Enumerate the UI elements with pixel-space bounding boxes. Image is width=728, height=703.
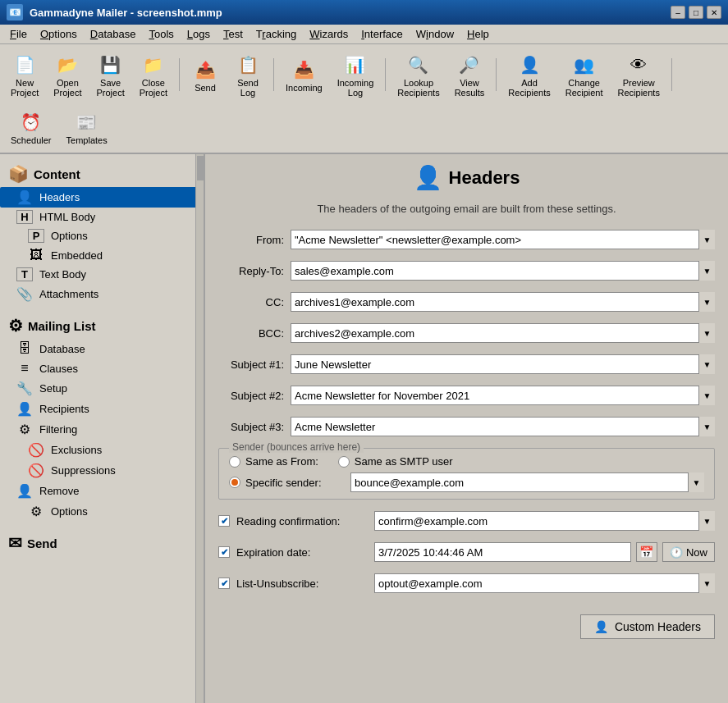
menu-help[interactable]: Help: [460, 26, 496, 42]
reading-confirmation-checkbox[interactable]: ✔: [218, 515, 230, 527]
cc-select[interactable]: archives1@example.com: [291, 292, 715, 312]
sidebar-item-headers[interactable]: 👤 Headers: [0, 187, 204, 208]
menu-tracking[interactable]: Tracking: [250, 26, 303, 42]
preview-recipients-label: PreviewRecipients: [618, 78, 660, 98]
bcc-select[interactable]: archives2@example.com: [291, 323, 715, 343]
add-recipients-button[interactable]: 👤 AddRecipients: [502, 48, 556, 102]
bcc-label: BCC:: [218, 327, 284, 340]
incoming-icon: 📥: [291, 57, 317, 83]
remove-label: Remove: [39, 485, 79, 497]
scrollbar-thumb: [197, 156, 204, 180]
options-label: Options: [51, 230, 88, 242]
calendar-button[interactable]: 📅: [636, 542, 657, 562]
sidebar-item-html-body[interactable]: H HTML Body: [0, 208, 204, 226]
expiration-date-checkbox[interactable]: ✔: [218, 546, 230, 558]
subject2-select[interactable]: Acme Newsletter for November 2021: [291, 386, 715, 405]
sidebar-item-remove[interactable]: 👤 Remove: [0, 481, 204, 501]
menu-options[interactable]: Options: [34, 26, 84, 42]
templates-button[interactable]: 📰 Templates: [61, 105, 113, 149]
menu-tools[interactable]: Tools: [142, 26, 180, 42]
list-unsubscribe-checkbox[interactable]: ✔: [218, 577, 230, 589]
panel-title: Headers: [449, 167, 520, 189]
incoming-button[interactable]: 📥 Incoming: [280, 52, 328, 97]
sidebar-item-setup[interactable]: 🔧 Setup: [0, 378, 204, 399]
send-log-button[interactable]: 📋 SendLog: [228, 48, 268, 102]
sidebar-scrollbar[interactable]: [195, 154, 204, 703]
sidebar-divider-2: [0, 522, 204, 528]
subject1-row: Subject #1: June Newsletter ▼: [218, 354, 715, 374]
list-unsubscribe-select[interactable]: optout@example.com: [374, 573, 715, 593]
content-area: 👤 Headers The headers of the outgoing em…: [205, 154, 728, 703]
now-button[interactable]: 🕐 Now: [662, 542, 715, 562]
preview-recipients-icon: 👁: [625, 52, 652, 78]
sidebar-item-filtering[interactable]: ⚙ Filtering: [0, 419, 204, 440]
incoming-log-button[interactable]: 📊 IncomingLog: [332, 48, 380, 102]
menu-wizards[interactable]: Wizards: [303, 26, 355, 42]
scheduler-label: Scheduler: [11, 135, 52, 145]
sidebar-item-embedded[interactable]: 🖼 Embedded: [0, 245, 204, 265]
send-button[interactable]: 📤 Send: [185, 52, 225, 97]
reply-to-select[interactable]: sales@example.com: [291, 261, 715, 281]
lookup-recipients-button[interactable]: 🔍 LookupRecipients: [391, 48, 445, 102]
sidebar-item-attachments[interactable]: 📎 Attachments: [0, 284, 204, 304]
sidebar-item-options[interactable]: P Options: [0, 226, 204, 245]
open-project-label: OpenProject: [53, 78, 81, 98]
change-recipient-button[interactable]: 👥 ChangeRecipient: [560, 48, 609, 102]
embedded-label: Embedded: [51, 249, 103, 262]
save-project-button[interactable]: 💾 SaveProject: [91, 48, 130, 102]
new-project-button[interactable]: 📄 NewProject: [5, 48, 44, 102]
subject1-label: Subject #1:: [218, 358, 284, 371]
save-project-label: SaveProject: [97, 78, 125, 98]
close-button[interactable]: ✕: [707, 6, 721, 19]
scheduler-button[interactable]: ⏰ Scheduler: [5, 105, 57, 149]
incoming-label: Incoming: [286, 83, 323, 93]
maximize-button[interactable]: □: [689, 6, 703, 19]
sidebar-item-clauses[interactable]: ≡ Clauses: [0, 358, 204, 378]
options-icon: P: [28, 229, 44, 243]
minimize-button[interactable]: –: [671, 6, 685, 19]
specific-sender-select[interactable]: bounce@example.com: [350, 472, 704, 492]
view-results-button[interactable]: 🔎 ViewResults: [449, 48, 491, 102]
same-as-smtp-label: Same as SMTP user: [355, 455, 453, 468]
close-project-button[interactable]: 📁 CloseProject: [134, 48, 173, 102]
subject1-select[interactable]: June Newsletter: [291, 354, 715, 374]
menu-database[interactable]: Database: [84, 26, 143, 42]
specific-sender-radio[interactable]: [229, 477, 240, 488]
title-bar-controls: – □ ✕: [671, 6, 721, 19]
from-select[interactable]: "Acme Newsletter" <newsletter@example.co…: [291, 230, 715, 249]
preview-recipients-button[interactable]: 👁 PreviewRecipients: [612, 48, 666, 102]
sidebar-item-options-ml[interactable]: ⚙ Options: [0, 501, 204, 522]
text-body-label: Text Body: [39, 268, 86, 281]
menu-interface[interactable]: Interface: [355, 26, 410, 42]
attachments-label: Attachments: [39, 288, 98, 300]
open-project-button[interactable]: 📂 OpenProject: [48, 48, 87, 102]
sidebar-item-exclusions[interactable]: 🚫 Exclusions: [0, 440, 204, 460]
subject3-select[interactable]: Acme Newsletter: [291, 417, 715, 436]
same-as-from-option[interactable]: Same as From:: [229, 455, 318, 468]
text-body-icon: T: [16, 267, 33, 281]
same-as-smtp-radio[interactable]: [338, 456, 350, 468]
menu-logs[interactable]: Logs: [181, 26, 217, 42]
now-icon: 🕐: [670, 546, 683, 559]
suppressions-icon: 🚫: [28, 463, 44, 478]
headers-icon: 👤: [16, 189, 33, 205]
menu-test[interactable]: Test: [217, 26, 250, 42]
sidebar-item-text-body[interactable]: T Text Body: [0, 265, 204, 284]
menu-window[interactable]: Window: [410, 26, 460, 42]
send-section-label: Send: [27, 536, 57, 550]
database-label: Database: [39, 343, 85, 355]
menu-file[interactable]: File: [3, 26, 34, 42]
reading-confirmation-select[interactable]: confirm@example.com: [374, 511, 715, 531]
custom-headers-button[interactable]: 👤 Custom Headers: [580, 614, 715, 639]
change-recipient-label: ChangeRecipient: [565, 78, 603, 98]
same-as-smtp-option[interactable]: Same as SMTP user: [338, 455, 453, 468]
options-ml-label: Options: [51, 505, 88, 518]
same-as-from-radio[interactable]: [229, 456, 240, 468]
sidebar-item-recipients[interactable]: 👤 Recipients: [0, 399, 204, 419]
expiration-date-input[interactable]: [374, 542, 631, 562]
list-unsubscribe-row: ✔ List-Unsubscribe: optout@example.com ▼: [218, 573, 715, 593]
sidebar-item-database[interactable]: 🗄 Database: [0, 339, 204, 358]
toolbar-separator-4: [496, 58, 497, 91]
recipients-label: Recipients: [39, 403, 89, 415]
sidebar-item-suppressions[interactable]: 🚫 Suppressions: [0, 460, 204, 481]
